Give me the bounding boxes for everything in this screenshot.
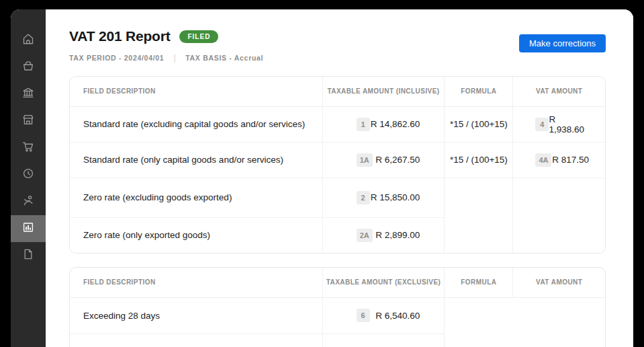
taxable-amount-value: R 14,862.60 xyxy=(371,119,420,129)
taxable-amount-value: R 15,850.00 xyxy=(371,192,420,202)
column-header-formula: FORMULA xyxy=(445,77,513,106)
field-box-number: 6 xyxy=(357,309,370,322)
table-row: Standard rate (excluding capital goods a… xyxy=(70,106,605,142)
report-meta: TAX PERIOD - 2024/04/01 | TAX BASIS - Ac… xyxy=(69,53,263,63)
sidebar-item-reports[interactable] xyxy=(11,215,46,242)
taxable-amount-value: R 6,267.50 xyxy=(375,155,420,165)
make-corrections-button[interactable]: Make corrections xyxy=(519,34,606,52)
column-header-formula: FORMULA xyxy=(445,268,513,297)
meta-divider: | xyxy=(173,53,176,63)
field-description: Exceeding 28 days xyxy=(70,297,322,334)
tax-period-label: TAX PERIOD - 2024/04/01 xyxy=(69,54,164,62)
column-header-field-description: FIELD DESCRIPTION xyxy=(70,77,322,106)
formula-value: *15 / (100+15) xyxy=(445,106,513,142)
table-row: Exceeding 28 days 6 R 6,540.60 xyxy=(70,297,605,334)
column-header-taxable-inclusive: TAXABLE AMOUNT (INCLUSIVE) xyxy=(322,77,445,106)
document-icon xyxy=(21,247,35,264)
taxable-amount-cell: 6 R 6,540.60 xyxy=(322,297,445,334)
header-left: VAT 201 Report FILED TAX PERIOD - 2024/0… xyxy=(69,28,263,63)
sidebar xyxy=(11,9,46,347)
field-box-number: 2A xyxy=(357,229,373,242)
table-header-row: FIELD DESCRIPTION TAXABLE AMOUNT (EXCLUS… xyxy=(70,268,605,297)
page-title: VAT 201 Report xyxy=(69,28,170,44)
vat-amount-cell: 4 R 1,938.60 xyxy=(513,106,605,142)
sidebar-item-documents[interactable] xyxy=(11,242,46,269)
field-box-number: 1 xyxy=(357,118,370,131)
cart-icon xyxy=(21,140,35,156)
main-content: VAT 201 Report FILED TAX PERIOD - 2024/0… xyxy=(46,9,633,347)
empty-vat-cell xyxy=(513,178,605,253)
sidebar-item-cart[interactable] xyxy=(11,134,46,161)
vat-box-number: 4A xyxy=(535,153,551,167)
store-icon xyxy=(21,113,35,129)
column-header-taxable-exclusive: TAXABLE AMOUNT (EXCLUSIVE) xyxy=(322,268,445,297)
vat-table-exclusive: FIELD DESCRIPTION TAXABLE AMOUNT (EXCLUS… xyxy=(69,267,606,347)
table-header-row: FIELD DESCRIPTION TAXABLE AMOUNT (INCLUS… xyxy=(70,77,605,106)
sidebar-item-time[interactable] xyxy=(11,161,46,188)
column-header-field-description: FIELD DESCRIPTION xyxy=(70,268,322,297)
person-icon xyxy=(21,194,35,210)
taxable-amount-cell: 2 R 15,850.00 xyxy=(322,178,445,217)
sidebar-item-customers[interactable] xyxy=(11,188,46,215)
sidebar-item-home[interactable] xyxy=(11,27,46,54)
field-box-number: 2 xyxy=(357,191,370,204)
vat-table-inclusive: FIELD DESCRIPTION TAXABLE AMOUNT (INCLUS… xyxy=(69,76,606,254)
vat-amount-value: R 1,938.60 xyxy=(549,114,589,134)
table-row: Zero rate (excluding goods exported) 2 R… xyxy=(70,178,605,217)
bank-icon xyxy=(21,86,35,102)
taxable-amount-cell: 1A R 6,267.50 xyxy=(322,142,445,178)
vat-amount-value: R 817.50 xyxy=(552,155,589,165)
empty-formula-cell xyxy=(445,178,513,253)
taxable-amount-cell xyxy=(322,334,445,347)
table-row: Standard rate (only capital goods and/or… xyxy=(70,142,605,178)
home-icon xyxy=(21,32,35,48)
taxable-amount-cell: 1 R 14,862.60 xyxy=(322,106,445,142)
app-window: VAT 201 Report FILED TAX PERIOD - 2024/0… xyxy=(11,9,633,347)
sidebar-item-bank[interactable] xyxy=(11,81,46,108)
taxable-amount-value: R 2,899.00 xyxy=(375,230,420,240)
taxable-amount-cell: 2A R 2,899.00 xyxy=(322,217,445,253)
field-description: Zero rate (only exported goods) xyxy=(70,217,322,253)
tax-basis-label: TAX BASIS - Accrual xyxy=(185,54,263,62)
sidebar-item-store[interactable] xyxy=(11,108,46,134)
field-description: Standard rate (only capital goods and/or… xyxy=(70,142,322,178)
field-description xyxy=(70,334,322,347)
field-description: Zero rate (excluding goods exported) xyxy=(70,178,322,217)
bar-chart-icon xyxy=(21,221,35,237)
title-row: VAT 201 Report FILED xyxy=(69,28,263,44)
page-header: VAT 201 Report FILED TAX PERIOD - 2024/0… xyxy=(69,28,606,63)
column-header-vat-amount: VAT AMOUNT xyxy=(513,268,605,297)
basket-icon xyxy=(21,59,35,75)
field-description: Standard rate (excluding capital goods a… xyxy=(70,106,322,142)
vat-box-number: 4 xyxy=(535,118,549,131)
sidebar-item-basket[interactable] xyxy=(11,54,46,81)
field-box-number: 1A xyxy=(357,153,373,167)
taxable-amount-value: R 6,540.60 xyxy=(375,311,420,321)
screen-frame: VAT 201 Report FILED TAX PERIOD - 2024/0… xyxy=(0,0,644,347)
formula-value: *15 / (100+15) xyxy=(445,142,513,178)
vat-amount-cell: 4A R 817.50 xyxy=(513,142,605,178)
clock-icon xyxy=(21,167,35,183)
empty-formula-vat-cell xyxy=(445,297,605,347)
status-badge: FILED xyxy=(179,30,218,43)
column-header-vat-amount: VAT AMOUNT xyxy=(513,77,605,106)
